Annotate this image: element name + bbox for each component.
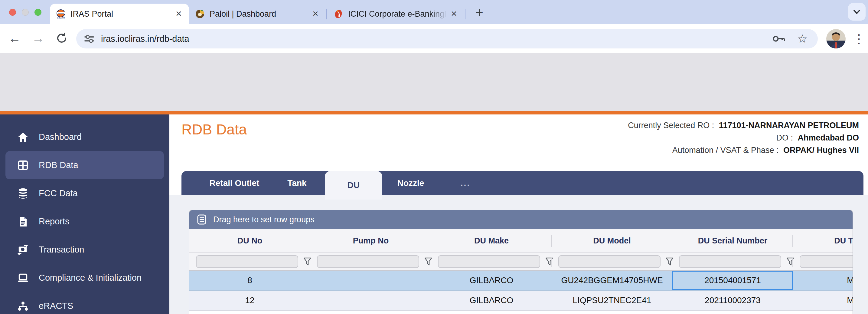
grid-icon: [18, 160, 28, 171]
sidebar-item-compliance[interactable]: Compliance & Initialization: [5, 264, 164, 292]
sitemap-icon: [18, 301, 28, 312]
document-icon: [18, 216, 28, 227]
tab-title: IRAS Portal: [70, 9, 173, 19]
cell-du-no[interactable]: 12: [189, 291, 310, 310]
cell-du-make[interactable]: GILBARCO: [431, 271, 552, 290]
cell-du-model[interactable]: GU242BGGEM14705HWE: [552, 271, 672, 290]
column-header-du-serial[interactable]: DU Serial Number: [672, 229, 793, 253]
filter-input-pump-no[interactable]: [317, 255, 419, 268]
tab-retail-outlet[interactable]: Retail Outlet: [199, 171, 269, 195]
cell-du-no[interactable]: 8: [189, 271, 310, 290]
icici-favicon-icon: [334, 9, 343, 19]
sidebar-item-eracts[interactable]: eRACTS: [5, 292, 164, 314]
sidebar-item-reports[interactable]: Reports: [5, 207, 164, 235]
do-value: Ahmedabad DO: [798, 133, 859, 142]
url-text[interactable]: iras.iocliras.in/rdb-data: [101, 34, 772, 44]
window-zoom-icon[interactable]: [34, 9, 41, 16]
sidebar-item-label: Dashboard: [39, 132, 82, 142]
table-row-partial: [189, 311, 852, 314]
tab-close-icon[interactable]: ×: [310, 8, 321, 19]
reload-button[interactable]: [51, 27, 72, 49]
site-settings-icon[interactable]: [84, 34, 94, 44]
avatar-photo: [826, 29, 846, 49]
new-tab-button[interactable]: +: [471, 5, 487, 20]
row-groups-icon: [197, 214, 207, 225]
tab-close-icon[interactable]: ×: [173, 8, 184, 19]
sidebar-item-transaction[interactable]: Transaction: [5, 235, 164, 264]
tab-du[interactable]: DU: [325, 171, 382, 200]
address-bar[interactable]: iras.iocliras.in/rdb-data ☆: [76, 29, 818, 49]
ro-value: 117101-NARNARAYAN PETROLEUM: [719, 121, 859, 130]
column-header-du-no[interactable]: DU No: [189, 229, 310, 253]
du-panel: Drag here to set row groups DU No Pump N…: [169, 195, 868, 314]
column-header-du-model[interactable]: DU Model: [552, 229, 672, 253]
row-group-bar[interactable]: Drag here to set row groups: [189, 210, 852, 229]
tab-more[interactable]: ...: [439, 171, 492, 195]
forward-button[interactable]: →: [27, 27, 49, 49]
laptop-icon: [18, 273, 28, 283]
grid-header-row: DU No Pump No DU Make DU Model DU Serial…: [189, 229, 852, 253]
sidebar-item-rdb-data[interactable]: RDB Data: [5, 151, 164, 179]
database-icon: [18, 188, 28, 199]
tab-title: Paloil | Dashboard: [210, 9, 310, 19]
ro-info-line: Automation / VSAT & Phase : ORPAK/ Hughe…: [628, 144, 859, 156]
cell-du-serial-focused[interactable]: 201504001571: [672, 271, 793, 290]
password-key-icon[interactable]: [772, 34, 786, 44]
cell-du-model[interactable]: LIQPSU2TNEC2E41: [552, 291, 672, 310]
window-minimize-icon[interactable]: [22, 9, 29, 16]
back-button[interactable]: ←: [4, 27, 25, 49]
cell-pump-no[interactable]: [310, 271, 431, 290]
grid-filter-row: [189, 253, 852, 271]
filter-input-du-model[interactable]: [558, 255, 660, 268]
ro-info-line: DO : Ahmedabad DO: [628, 132, 859, 144]
ro-label: Currently Selected RO :: [628, 121, 714, 130]
browser-tab-icici[interactable]: ICICI Corporate e-BankingInte ×: [328, 4, 464, 24]
browser-menu-button[interactable]: ⋮: [852, 28, 866, 50]
main-content: RDB Data Currently Selected RO : 117101-…: [169, 114, 868, 314]
column-header-du-make[interactable]: DU Make: [431, 229, 552, 253]
filter-input-du-serial[interactable]: [679, 255, 781, 268]
paloil-favicon-icon: [195, 9, 205, 19]
cell-du-serial[interactable]: 202110002373: [672, 291, 793, 310]
browser-window: IndianOil IRAS Portal × Paloil | Dashboa…: [0, 0, 868, 314]
sidebar-item-label: Compliance & Initialization: [39, 273, 142, 283]
cell-du-make[interactable]: GILBARCO: [431, 291, 552, 310]
sidebar-item-label: Reports: [39, 217, 69, 227]
browser-tab-iras[interactable]: IndianOil IRAS Portal ×: [50, 4, 189, 24]
tab-separator: [326, 9, 327, 19]
automation-label: Automation / VSAT & Phase :: [672, 146, 779, 155]
profile-avatar[interactable]: [826, 29, 846, 49]
tab-search-button[interactable]: [848, 3, 866, 21]
home-icon: [18, 132, 28, 143]
filter-input-du-no[interactable]: [196, 255, 298, 268]
sidebar-item-label: Transaction: [39, 245, 84, 255]
cell-du-type[interactable]: M: [793, 291, 853, 310]
sidebar-item-label: FCC Data: [39, 188, 78, 198]
sidebar-item-dashboard[interactable]: Dashboard: [5, 123, 164, 151]
window-controls: [0, 0, 50, 24]
filter-input-du-type[interactable]: [800, 255, 853, 268]
table-row[interactable]: 12 GILBARCO LIQPSU2TNEC2E41 202110002373…: [189, 291, 852, 311]
column-header-du-type[interactable]: DU Type: [793, 229, 853, 253]
cell-du-type[interactable]: M: [793, 271, 853, 290]
svg-text:IndianOil: IndianOil: [57, 17, 65, 19]
du-grid: Drag here to set row groups DU No Pump N…: [189, 210, 853, 314]
indianoil-favicon-icon: IndianOil: [56, 9, 66, 19]
browser-toolbar: ← → iras.iocliras.in/rdb-data: [0, 24, 868, 53]
row-group-hint: Drag here to set row groups: [213, 215, 314, 224]
sidebar-item-label: eRACTS: [39, 301, 73, 311]
content-tabbar: Retail Outlet Tank DU Nozzle ...: [182, 171, 864, 195]
column-header-pump-no[interactable]: Pump No: [310, 229, 431, 253]
filter-input-du-make[interactable]: [438, 255, 540, 268]
tab-tank[interactable]: Tank: [269, 171, 325, 195]
cell-pump-no[interactable]: [310, 291, 431, 310]
tab-nozzle[interactable]: Nozzle: [382, 171, 439, 195]
chevron-down-icon: [852, 7, 861, 16]
sidebar-item-fcc-data[interactable]: FCC Data: [5, 179, 164, 207]
table-row[interactable]: 8 GILBARCO GU242BGGEM14705HWE 2015040015…: [189, 271, 852, 291]
tab-close-icon[interactable]: ×: [448, 8, 459, 19]
bookmark-star-icon[interactable]: ☆: [797, 33, 807, 45]
browser-tab-paloil[interactable]: Paloil | Dashboard ×: [189, 4, 326, 24]
sidebar-item-label: RDB Data: [39, 160, 78, 170]
window-close-icon[interactable]: [9, 9, 16, 16]
